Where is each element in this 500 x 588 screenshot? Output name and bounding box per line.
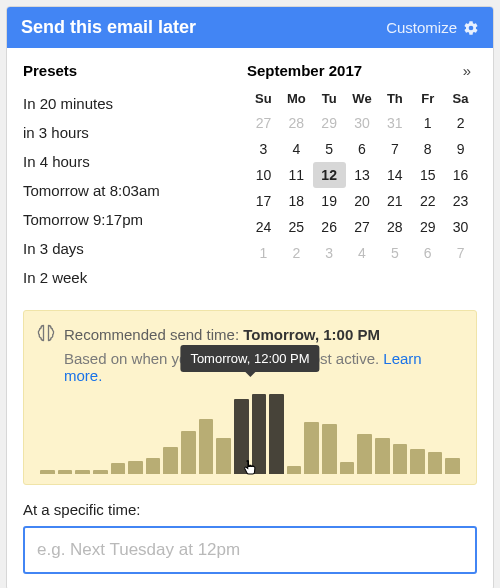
recommended-subtext: Based on when your recipients are most a… [64, 350, 464, 384]
send-later-panel: Send this email later Customize Presets … [6, 6, 494, 588]
calendar-day[interactable]: 26 [313, 214, 346, 240]
chart-bar[interactable] [410, 449, 425, 474]
preset-item[interactable]: Tomorrow at 8:03am [23, 176, 223, 205]
calendar-day[interactable]: 28 [378, 214, 411, 240]
chart-bar[interactable] [269, 394, 284, 474]
calendar-day[interactable]: 25 [280, 214, 313, 240]
calendar-day[interactable]: 27 [346, 214, 379, 240]
calendar-day[interactable]: 17 [247, 188, 280, 214]
calendar-day[interactable]: 23 [444, 188, 477, 214]
customize-button[interactable]: Customize [386, 19, 479, 36]
presets-column: Presets In 20 minutesin 3 hoursIn 4 hour… [23, 62, 223, 292]
calendar-day[interactable]: 21 [378, 188, 411, 214]
calendar-day[interactable]: 7 [378, 136, 411, 162]
calendar-dow: Su [247, 87, 280, 110]
calendar-day[interactable]: 31 [378, 110, 411, 136]
presets-heading: Presets [23, 62, 223, 79]
brain-icon [36, 323, 56, 346]
specific-time-input[interactable] [23, 526, 477, 574]
calendar-day[interactable]: 3 [313, 240, 346, 266]
chart-bar[interactable] [375, 438, 390, 474]
calendar-day[interactable]: 6 [411, 240, 444, 266]
calendar-day[interactable]: 29 [411, 214, 444, 240]
chart-bar[interactable] [428, 452, 443, 474]
preset-item[interactable]: In 20 minutes [23, 89, 223, 118]
chart-bar[interactable] [340, 462, 355, 474]
preset-item[interactable]: In 2 week [23, 263, 223, 292]
calendar-day[interactable]: 14 [378, 162, 411, 188]
calendar-day[interactable]: 1 [247, 240, 280, 266]
preset-item[interactable]: Tomorrow 9:17pm [23, 205, 223, 234]
chart-bar[interactable] [445, 458, 460, 474]
calendar-day[interactable]: 1 [411, 110, 444, 136]
calendar-month-label: September 2017 [247, 62, 457, 79]
specific-time-label: At a specific time: [23, 501, 477, 518]
calendar-day[interactable]: 20 [346, 188, 379, 214]
chart-bar[interactable] [93, 470, 108, 474]
calendar-day[interactable]: 22 [411, 188, 444, 214]
calendar-next-button[interactable]: » [457, 62, 477, 79]
calendar-day[interactable]: 18 [280, 188, 313, 214]
calendar-day[interactable]: 11 [280, 162, 313, 188]
chart-bar[interactable] [252, 394, 267, 474]
chart-bar[interactable] [163, 447, 178, 474]
calendar-dow: We [346, 87, 379, 110]
calendar-day[interactable]: 24 [247, 214, 280, 240]
calendar-day[interactable]: 12 [313, 162, 346, 188]
chart-bar[interactable] [181, 431, 196, 474]
calendar-day[interactable]: 30 [346, 110, 379, 136]
calendar-day[interactable]: 29 [313, 110, 346, 136]
calendar-day[interactable]: 4 [346, 240, 379, 266]
calendar-day[interactable]: 7 [444, 240, 477, 266]
gear-icon [463, 20, 479, 36]
calendar-dow: Th [378, 87, 411, 110]
chart-bar[interactable] [75, 470, 90, 474]
calendar-dow: Tu [313, 87, 346, 110]
chart-bar[interactable] [146, 458, 161, 474]
chart-bar[interactable] [40, 470, 55, 474]
calendar-dow: Sa [444, 87, 477, 110]
calendar-day[interactable]: 8 [411, 136, 444, 162]
panel-header: Send this email later Customize [7, 7, 493, 48]
chart-bar[interactable] [287, 466, 302, 474]
calendar-day[interactable]: 5 [378, 240, 411, 266]
chart-bar[interactable] [393, 444, 408, 474]
chart-bar[interactable] [128, 461, 143, 474]
chart-bar[interactable] [322, 424, 337, 474]
chart-bar[interactable] [58, 470, 73, 474]
calendar-dow: Fr [411, 87, 444, 110]
calendar-day[interactable]: 4 [280, 136, 313, 162]
calendar-day[interactable]: 28 [280, 110, 313, 136]
chart-bar[interactable] [111, 463, 126, 474]
preset-item[interactable]: In 4 hours [23, 147, 223, 176]
calendar-day[interactable]: 9 [444, 136, 477, 162]
customize-label: Customize [386, 19, 457, 36]
calendar: September 2017 » SuMoTuWeThFrSa 27282930… [247, 62, 477, 292]
preset-item[interactable]: In 3 days [23, 234, 223, 263]
chart-bar[interactable] [357, 434, 372, 474]
calendar-day[interactable]: 16 [444, 162, 477, 188]
chart-bar[interactable] [234, 399, 249, 474]
activity-chart[interactable] [36, 392, 464, 474]
calendar-day[interactable]: 10 [247, 162, 280, 188]
calendar-day[interactable]: 27 [247, 110, 280, 136]
calendar-day[interactable]: 2 [444, 110, 477, 136]
calendar-day[interactable]: 30 [444, 214, 477, 240]
recommended-text: Recommended send time: Tomorrow, 1:00 PM [64, 326, 380, 343]
calendar-day[interactable]: 5 [313, 136, 346, 162]
chart-bar[interactable] [216, 438, 231, 474]
chart-bar[interactable] [199, 419, 214, 474]
calendar-day[interactable]: 3 [247, 136, 280, 162]
calendar-day[interactable]: 6 [346, 136, 379, 162]
preset-item[interactable]: in 3 hours [23, 118, 223, 147]
calendar-day[interactable]: 15 [411, 162, 444, 188]
calendar-day[interactable]: 2 [280, 240, 313, 266]
calendar-day[interactable]: 13 [346, 162, 379, 188]
recommended-send-time: Recommended send time: Tomorrow, 1:00 PM… [23, 310, 477, 485]
chart-bar[interactable] [304, 422, 319, 474]
calendar-day[interactable]: 19 [313, 188, 346, 214]
calendar-dow: Mo [280, 87, 313, 110]
panel-title: Send this email later [21, 17, 386, 38]
